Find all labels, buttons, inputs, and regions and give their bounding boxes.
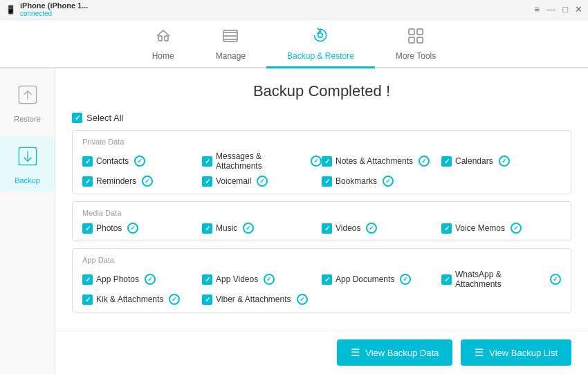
- item-videos: Videos: [322, 223, 441, 234]
- cb-messages[interactable]: [202, 156, 212, 167]
- svg-rect-6: [409, 37, 414, 43]
- check-photos: [127, 223, 138, 234]
- check-app-videos: [264, 274, 275, 285]
- nav-home[interactable]: Home: [131, 21, 195, 68]
- item-reminders: Reminders: [82, 176, 202, 187]
- content-scroll: Backup Completed ! Select All Private Da…: [55, 68, 588, 330]
- item-app-photos: App Photos: [82, 270, 202, 289]
- check-viber: [297, 294, 308, 305]
- view-backup-data-button[interactable]: ☰ View Backup Data: [337, 339, 452, 366]
- item-photos: Photos: [82, 223, 202, 234]
- view-backup-data-label: View Backup Data: [365, 348, 439, 358]
- check-voicemail: [257, 176, 268, 187]
- media-data-section: Media Data Photos Music Videos: [72, 201, 571, 241]
- cb-calendars[interactable]: [441, 156, 452, 167]
- item-viber: Viber & Attachments: [202, 294, 322, 305]
- menu-icon[interactable]: ≡: [535, 4, 540, 15]
- view-backup-list-button[interactable]: ☰ View Backup List: [461, 339, 571, 366]
- view-backup-list-icon: ☰: [475, 346, 484, 359]
- check-reminders: [142, 176, 153, 187]
- item-kik: Kik & Attachments: [82, 294, 202, 305]
- content-area: Backup Completed ! Select All Private Da…: [55, 68, 588, 374]
- item-app-videos: App Videos: [202, 270, 322, 289]
- cb-videos[interactable]: [322, 223, 332, 234]
- cb-contacts[interactable]: [82, 156, 93, 167]
- cb-kik[interactable]: [82, 294, 93, 305]
- select-all-row[interactable]: Select All: [72, 113, 571, 123]
- check-whatsapp: [550, 274, 561, 285]
- check-messages: [311, 156, 322, 167]
- device-status: connected: [20, 10, 88, 17]
- more-tools-icon: [407, 28, 424, 48]
- cb-app-documents[interactable]: [322, 274, 332, 285]
- item-music: Music: [202, 223, 322, 234]
- select-all-label: Select All: [86, 113, 123, 123]
- cb-music[interactable]: [202, 223, 212, 234]
- check-music: [243, 223, 254, 234]
- sidebar: Restore Backup: [0, 68, 55, 374]
- check-voice-memos: [511, 223, 522, 234]
- svg-rect-0: [158, 36, 162, 41]
- bottom-bar: ☰ View Backup Data ☰ View Backup List: [55, 330, 588, 374]
- close-icon[interactable]: ✕: [575, 4, 582, 15]
- check-app-documents: [400, 274, 411, 285]
- item-voicemail: Voicemail: [202, 176, 322, 187]
- private-data-grid: Contacts Messages & Attachments Notes & …: [82, 151, 561, 187]
- svg-rect-4: [409, 29, 414, 35]
- item-messages: Messages & Attachments: [202, 151, 322, 171]
- nav-manage[interactable]: Manage: [195, 21, 266, 68]
- media-data-grid: Photos Music Videos: [82, 223, 561, 234]
- main-layout: Restore Backup Backup Completed ! Select…: [0, 68, 588, 374]
- check-app-photos: [145, 274, 156, 285]
- title-bar-left: 📱 iPhone (iPhone 1... connected: [6, 1, 88, 17]
- item-contacts: Contacts: [82, 151, 202, 171]
- cb-photos[interactable]: [82, 223, 93, 234]
- nav-backup-restore[interactable]: Backup & Restore: [266, 19, 375, 68]
- sidebar-restore[interactable]: Restore: [0, 75, 55, 130]
- media-data-label: Media Data: [82, 209, 561, 217]
- cb-reminders[interactable]: [82, 176, 93, 187]
- select-all-checkbox[interactable]: [72, 113, 82, 123]
- check-contacts: [134, 156, 145, 167]
- backup-restore-icon: [311, 26, 329, 48]
- app-data-section: App Data App Photos App Videos App: [72, 248, 571, 312]
- item-voice-memos: Voice Memos: [441, 223, 561, 234]
- nav-manage-label: Manage: [216, 51, 246, 61]
- private-data-section: Private Data Contacts Messages & Attachm…: [72, 130, 571, 194]
- nav-more-tools[interactable]: More Tools: [375, 21, 457, 68]
- view-backup-data-icon: ☰: [351, 346, 360, 359]
- sidebar-backup[interactable]: Backup: [0, 137, 55, 191]
- check-notes: [419, 156, 430, 167]
- title-bar-controls: ≡ — □ ✕: [535, 4, 582, 15]
- cb-voice-memos[interactable]: [441, 223, 452, 234]
- restore-icon: [15, 82, 40, 112]
- cb-notes[interactable]: [322, 156, 332, 167]
- manage-icon: [222, 28, 239, 48]
- check-videos: [366, 223, 377, 234]
- item-app-documents: App Documents: [322, 270, 441, 289]
- view-backup-list-label: View Backup List: [489, 348, 558, 358]
- item-bookmarks: Bookmarks: [322, 176, 441, 187]
- page-title: Backup Completed !: [72, 82, 571, 100]
- item-whatsapp: WhatsApp & Attachments: [441, 270, 561, 289]
- check-kik: [169, 294, 180, 305]
- minimize-icon[interactable]: —: [546, 4, 555, 15]
- backup-icon: [15, 144, 40, 174]
- svg-rect-1: [165, 36, 168, 41]
- app-data-label: App Data: [82, 256, 561, 264]
- cb-viber[interactable]: [202, 294, 212, 305]
- sidebar-restore-label: Restore: [14, 115, 41, 123]
- svg-rect-5: [417, 29, 423, 35]
- svg-point-3: [318, 33, 323, 38]
- item-notes: Notes & Attachments: [322, 151, 441, 171]
- cb-bookmarks[interactable]: [322, 176, 332, 187]
- title-bar: 📱 iPhone (iPhone 1... connected ≡ — □ ✕: [0, 0, 588, 19]
- cb-voicemail[interactable]: [202, 176, 212, 187]
- item-calendars: Calendars: [441, 151, 561, 171]
- device-name: iPhone (iPhone 1...: [20, 1, 88, 10]
- cb-whatsapp[interactable]: [441, 274, 452, 285]
- cb-app-photos[interactable]: [82, 274, 93, 285]
- maximize-icon[interactable]: □: [562, 4, 568, 15]
- check-bookmarks: [383, 176, 394, 187]
- cb-app-videos[interactable]: [202, 274, 212, 285]
